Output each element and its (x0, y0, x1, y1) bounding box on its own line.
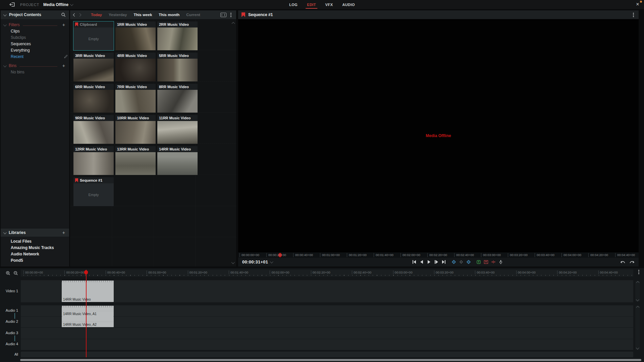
zoom-out-icon[interactable] (13, 270, 18, 276)
browser-menu-icon[interactable] (230, 14, 231, 15)
position-timecode[interactable]: 00:00:31+01 (242, 259, 268, 264)
nav-back-icon[interactable] (73, 13, 76, 16)
tile-5rr-music-video[interactable]: 5RR Music Video (157, 53, 198, 81)
sidebar-item-subclips[interactable]: Subclips (1, 35, 69, 41)
timeline-ruler[interactable]: 00:00:00+0000:00:20+0000:00:40+0000:01:0… (21, 269, 633, 277)
sidebar-item-everything[interactable]: Everything (1, 47, 69, 54)
scroll-up-icon[interactable] (636, 281, 639, 285)
sidebar-item-clips[interactable]: Clips (1, 28, 69, 35)
track-label-audio2[interactable]: Audio 2 (0, 319, 18, 323)
timeline-clip-audio1[interactable]: 14RR Music Video, A1 (62, 306, 114, 316)
tile-title-bar: 7RR Music Video (115, 84, 156, 90)
timeline-horizontal-scrollbar[interactable] (20, 359, 641, 361)
search-icon[interactable] (61, 12, 66, 17)
tile-4rr-music-video[interactable]: 4RR Music Video (115, 53, 156, 81)
nav-forward-icon[interactable] (78, 13, 82, 16)
library-item-local-files[interactable]: Local Files (1, 238, 69, 245)
sidebar-item-sequences[interactable]: Sequences (1, 41, 69, 47)
library-item-amazing-music-tracks[interactable]: Amazing Music Tracks (1, 245, 69, 251)
track-label-audio1[interactable]: Audio 1 (0, 308, 18, 312)
tile-title-bar: Sequence #1 (73, 177, 114, 183)
viewer-menu-icon[interactable] (633, 14, 634, 15)
tile-sequence-1[interactable]: Sequence #1Empty (73, 177, 114, 206)
zoom-in-icon[interactable] (5, 270, 10, 276)
tab-current[interactable]: Current (186, 13, 200, 17)
sidebar-item-recent[interactable]: Recent (1, 54, 69, 60)
video-tracks-scrollbar[interactable] (635, 281, 640, 302)
video-monitor[interactable]: Media Offline (238, 19, 639, 252)
add-bin-button[interactable]: + (62, 64, 66, 68)
project-dropdown-chevron-icon[interactable] (70, 3, 73, 6)
mark-in-icon[interactable] (451, 259, 457, 265)
track-label-video1[interactable]: Video 1 (0, 289, 18, 293)
tile-3rr-music-video[interactable]: 3RR Music Video (73, 53, 114, 81)
tile-clipboard[interactable]: ClipboardEmpty (73, 21, 114, 50)
all-tracks-bar[interactable] (21, 352, 633, 357)
library-item-audio-network[interactable]: Audio Network (1, 251, 69, 257)
tab-today[interactable]: Today (91, 13, 102, 17)
tile-10rr-music-video[interactable]: 10RR Music Video (115, 115, 156, 144)
play-backward-icon[interactable] (419, 259, 424, 265)
play-forward-icon[interactable] (433, 259, 439, 265)
tile-13rr-music-video[interactable]: 13RR Music Video (115, 146, 156, 175)
timeline-ruler-label: 00:00:00+00 (23, 270, 43, 274)
bins-chevron-icon[interactable] (3, 64, 7, 67)
viewer-ruler-label: 00:00:00+00 (239, 253, 259, 257)
exit-project-icon[interactable] (9, 2, 15, 8)
tile-name: Sequence #1 (80, 178, 102, 182)
tab-this-week[interactable]: This week (133, 13, 152, 17)
tile-8rr-music-video[interactable]: 8RR Music Video (157, 84, 198, 113)
timeline-clip-video1[interactable]: 14RR Music Video (62, 281, 114, 302)
tab-edit[interactable]: EDIT (307, 0, 316, 9)
tile-6rr-music-video[interactable]: 6RR Music Video (73, 84, 114, 113)
timeline-clip-audio2[interactable]: 14RR Music Video, A2 (62, 316, 114, 327)
tile-7rr-music-video[interactable]: 7RR Music Video (115, 84, 156, 113)
make-subclip-icon[interactable] (476, 259, 481, 265)
collapse-chevron-icon[interactable] (3, 13, 7, 16)
timeline-menu-icon[interactable] (638, 272, 639, 273)
remove-and-close-gap-icon[interactable] (490, 259, 496, 265)
tab-this-month[interactable]: This month (159, 13, 179, 17)
play-icon[interactable] (426, 259, 432, 265)
add-filter-button[interactable]: + (62, 23, 66, 27)
tile-1rr-music-video[interactable]: 1RR Music Video (115, 21, 156, 50)
scroll-down-icon[interactable] (636, 298, 639, 301)
timeline-ruler-label: 00:03:20+00 (434, 270, 453, 274)
undo-icon[interactable] (620, 259, 626, 265)
viewer-timecode-ruler[interactable]: 00:00:00+0000:00:20+0000:00:40+0000:01:0… (238, 252, 639, 258)
scroll-up-icon[interactable] (232, 22, 235, 25)
track-label-audio4[interactable]: Audio 4 (0, 342, 18, 346)
tile-12rr-music-video[interactable]: 12RR Music Video (73, 146, 114, 175)
scroll-up-icon[interactable] (636, 306, 639, 309)
add-library-button[interactable]: + (62, 231, 66, 235)
project-name[interactable]: Media Offline (43, 2, 68, 7)
tab-audio[interactable]: AUDIO (342, 0, 355, 9)
scroll-down-icon[interactable] (636, 346, 639, 350)
sequence-viewer-header: Sequence #1 (238, 10, 639, 19)
libraries-chevron-icon[interactable] (3, 231, 7, 234)
timeline-playhead-line[interactable] (86, 270, 87, 357)
filters-chevron-icon[interactable] (3, 23, 7, 26)
go-to-end-icon[interactable] (441, 259, 446, 265)
tab-yesterday[interactable]: Yesterday (109, 13, 127, 17)
voiceover-mic-icon[interactable] (498, 259, 503, 265)
mark-out-icon[interactable] (466, 259, 471, 265)
mark-point-icon[interactable] (458, 259, 464, 265)
go-to-start-icon[interactable] (411, 259, 417, 265)
edit-pencil-icon[interactable] (64, 55, 68, 58)
track-label-all[interactable]: All (0, 353, 18, 356)
tile-9rr-music-video[interactable]: 9RR Music Video (73, 115, 114, 144)
tile-11rr-music-video[interactable]: 11RR Music Video (157, 115, 198, 144)
tile-view-icon[interactable] (220, 13, 226, 17)
tab-log[interactable]: LOG (289, 0, 298, 9)
insert-edit-icon[interactable] (483, 259, 489, 265)
track-label-audio3[interactable]: Audio 3 (0, 331, 18, 335)
audio-tracks-scrollbar[interactable] (635, 306, 640, 350)
scroll-down-icon[interactable] (231, 261, 235, 264)
library-item-pond5[interactable]: Pond5 (1, 257, 69, 264)
tab-vfx[interactable]: VFX (325, 0, 333, 9)
redo-icon[interactable] (629, 259, 635, 265)
tile-14rr-music-video[interactable]: 14RR Music Video (157, 146, 198, 175)
timecode-dropdown-chevron-icon[interactable] (270, 260, 273, 263)
tile-2rr-music-video[interactable]: 2RR Music Video (157, 21, 198, 50)
